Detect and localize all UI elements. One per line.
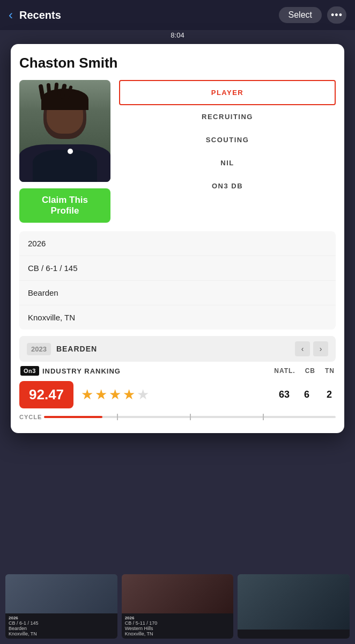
stars-area: ★ ★ ★ ★ ★ — [81, 386, 270, 403]
top-bar-right: Select ••• — [279, 6, 346, 24]
score-badge: 92.47 — [19, 381, 73, 408]
pos-value: 6 — [300, 389, 313, 400]
state-value: 2 — [323, 389, 336, 400]
tabs-panel: PLAYER RECRUITING SCOUTING NIL ON3 DB — [119, 80, 336, 223]
top-bar: ‹ Recents Select ••• — [0, 0, 355, 30]
top-section: Claim This Profile PLAYER RECRUITING SCO… — [19, 80, 336, 223]
info-row-year: 2026 — [19, 231, 336, 256]
player-photo — [19, 80, 110, 182]
thumbs-row: 2026 CB / 6-1 / 145 Bearden Knoxville, T… — [0, 574, 355, 639]
natl-value: 63 — [278, 389, 291, 400]
claim-profile-button[interactable]: Claim This Profile — [19, 188, 110, 223]
info-row-school: Bearden — [19, 281, 336, 305]
school-name: BEARDEN — [56, 345, 290, 353]
cycle-bar-fill — [44, 416, 102, 418]
tab-recruiting[interactable]: RECRUITING — [119, 105, 336, 128]
score-row: 92.47 ★ ★ ★ ★ ★ 63 6 2 — [19, 381, 336, 408]
school-year-badge: 2023 — [27, 343, 51, 355]
cycle-row: CYCLE — [19, 414, 336, 420]
star-1: ★ — [81, 386, 93, 403]
info-row-location: Knoxville, TN — [19, 305, 336, 330]
on3-brand: On3 INDUSTRY RANKING — [20, 366, 121, 376]
prev-school-button[interactable]: ‹ — [295, 341, 310, 356]
nav-arrows: ‹ › — [295, 341, 328, 356]
col-natl: NATL. — [274, 367, 295, 375]
select-button[interactable]: Select — [279, 7, 322, 23]
more-button[interactable]: ••• — [327, 6, 346, 24]
thumb-1[interactable]: 2026 CB / 6-1 / 145 Bearden Knoxville, T… — [5, 574, 117, 639]
cycle-tick-1 — [117, 414, 118, 420]
school-selector: 2023 BEARDEN ‹ › — [19, 336, 336, 362]
cycle-bar-track — [44, 416, 336, 418]
page-title: Recents — [19, 9, 61, 21]
top-bar-left: ‹ Recents — [9, 8, 61, 23]
thumb-1-info: 2026 CB / 6-1 / 145 Bearden Knoxville, T… — [5, 613, 117, 639]
thumb-2-info: 2026 CB / 5-11 / 170 Western Hills Knoxv… — [122, 613, 234, 639]
ranking-values: 63 6 2 — [278, 389, 336, 400]
thumb-3-info — [238, 630, 350, 639]
tab-scouting[interactable]: SCOUTING — [119, 128, 336, 151]
ranking-header: On3 INDUSTRY RANKING NATL. CB TN — [19, 366, 336, 376]
tab-on3db[interactable]: ON3 DB — [119, 174, 336, 197]
thumb-2[interactable]: 2026 CB / 5-11 / 170 Western Hills Knoxv… — [122, 574, 234, 639]
star-3: ★ — [109, 386, 121, 403]
photo-column: Claim This Profile — [19, 80, 110, 223]
info-row-position: CB / 6-1 / 145 — [19, 256, 336, 281]
cycle-tick-3 — [263, 414, 264, 420]
star-4: ★ — [123, 386, 135, 403]
modal-card: Chaston Smith — [11, 44, 344, 433]
cycle-label: CYCLE — [19, 414, 39, 420]
time-display: 8:04 — [171, 31, 184, 39]
info-section: 2026 CB / 6-1 / 145 Bearden Knoxville, T… — [19, 231, 336, 330]
col-pos: CB — [305, 367, 315, 375]
tab-player[interactable]: PLAYER — [119, 80, 336, 105]
col-state: TN — [325, 367, 335, 375]
back-button[interactable]: ‹ — [9, 8, 13, 23]
on3-logo-badge: On3 — [20, 366, 39, 376]
player-name: Chaston Smith — [19, 55, 336, 71]
star-5: ★ — [137, 386, 149, 403]
ranking-col-labels: NATL. CB TN — [274, 367, 335, 375]
thumb-3[interactable] — [238, 574, 350, 639]
tab-nil[interactable]: NIL — [119, 151, 336, 174]
star-2: ★ — [95, 386, 107, 403]
industry-ranking-label: INDUSTRY RANKING — [42, 367, 121, 375]
next-school-button[interactable]: › — [313, 341, 328, 356]
cycle-tick-2 — [190, 414, 191, 420]
